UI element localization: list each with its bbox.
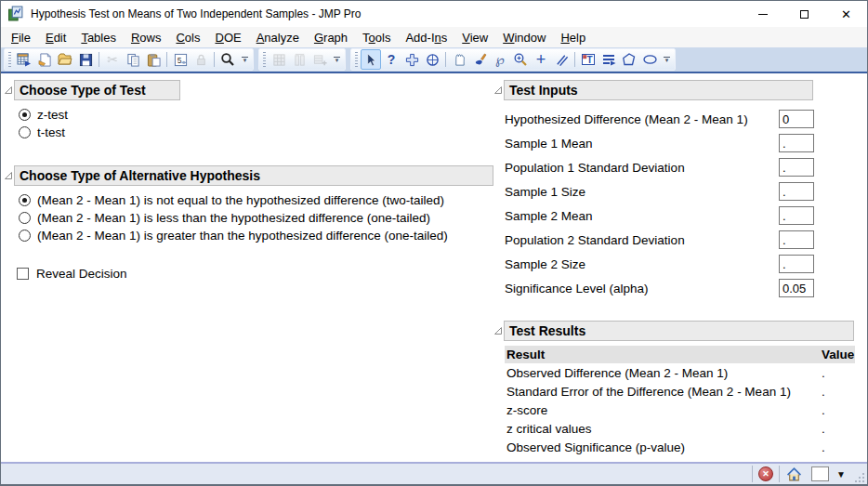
input-sample-2-mean[interactable] <box>779 206 814 225</box>
crosshairs-tool-icon[interactable]: + <box>531 49 551 70</box>
radio-button-selected[interactable] <box>19 109 31 121</box>
menu-tables[interactable]: Tables <box>73 29 124 46</box>
open-icon[interactable] <box>55 49 75 70</box>
reveal-decision-row[interactable]: Reveal Decision <box>17 267 494 281</box>
paste-icon[interactable] <box>143 49 164 70</box>
menu-help[interactable]: Help <box>553 29 593 46</box>
test-type-option-z-test[interactable]: z-test <box>19 106 494 124</box>
annotate-tool-icon[interactable] <box>551 49 572 70</box>
input-significance-level-alpha[interactable] <box>779 279 814 297</box>
maximize-button[interactable] <box>783 1 825 27</box>
menu-window[interactable]: Window <box>495 29 553 46</box>
disclosure-triangle-icon[interactable] <box>493 80 503 100</box>
input-population-2-standard-deviation[interactable] <box>779 230 814 249</box>
input-label: Sample 1 Mean <box>505 137 779 151</box>
radio-label: (Mean 2 - Mean 1) is not equal to the hy… <box>37 193 444 207</box>
input-population-1-standard-deviation[interactable] <box>779 158 814 177</box>
toolbar-overflow-icon[interactable]: ▾ <box>240 51 250 68</box>
lock-icon[interactable] <box>191 49 211 70</box>
test-results-table: Result Value Observed Difference (Mean 2… <box>505 346 855 456</box>
brush-tool-icon[interactable] <box>469 49 490 70</box>
help-tool-icon[interactable]: ? <box>381 49 401 70</box>
menu-tools[interactable]: Tools <box>355 29 398 46</box>
result-value: . <box>822 422 855 436</box>
toolbar-separator <box>99 52 99 67</box>
test-results-title: Test Results <box>504 321 854 341</box>
input-row-population-2-standard-deviation: Population 2 Standard Deviation <box>505 228 814 252</box>
home-window-icon[interactable] <box>785 466 802 482</box>
text-annotate-icon[interactable]: T <box>578 49 598 70</box>
radio-label: t-test <box>37 125 65 139</box>
copy-icon[interactable] <box>123 49 143 70</box>
log-error-icon[interactable]: ✕ <box>758 466 773 481</box>
menu-analyze[interactable]: Analyze <box>249 29 307 46</box>
new-data-table-icon[interactable] <box>14 49 34 70</box>
alternative-option-mean-2-mean-1-is-greater-than-the-hypoth[interactable]: (Mean 2 - Mean 1) is greater than the hy… <box>19 227 494 244</box>
add-rows-icon[interactable] <box>309 49 330 70</box>
radio-button[interactable] <box>19 212 31 224</box>
input-row-sample-1-mean: Sample 1 Mean <box>505 131 814 155</box>
toolbar-grip[interactable] <box>8 52 11 67</box>
search-icon[interactable] <box>217 49 238 70</box>
result-row-z-score: z-score. <box>505 401 855 419</box>
alternative-option-mean-2-mean-1-is-less-than-the-hypothesi[interactable]: (Mean 2 - Mean 1) is less than the hypot… <box>19 209 494 227</box>
input-sample-1-size[interactable] <box>779 182 814 201</box>
results-table-header: Result Value <box>505 346 855 363</box>
toolbar-overflow-icon[interactable]: ▾ <box>332 51 342 68</box>
grabber-tool-icon[interactable] <box>449 49 469 70</box>
input-sample-1-mean[interactable] <box>779 134 814 152</box>
arrow-tool-icon[interactable] <box>361 49 381 70</box>
menu-rows[interactable]: Rows <box>124 29 169 46</box>
result-value: . <box>822 366 855 380</box>
minimize-button[interactable] <box>742 1 783 27</box>
save-icon[interactable] <box>75 49 96 70</box>
test-inputs-section-header: Test Inputs <box>493 80 867 100</box>
input-sample-2-size[interactable] <box>779 255 814 273</box>
menu-edit[interactable]: Edit <box>38 29 73 46</box>
close-button[interactable]: ✕ <box>825 1 867 27</box>
test-type-option-t-test[interactable]: t-test <box>19 124 494 141</box>
preferences-icon[interactable]: 5 <box>170 49 191 70</box>
menu-view[interactable]: View <box>454 29 495 46</box>
selection-tool-icon[interactable] <box>401 49 422 70</box>
dropdown-arrow-icon[interactable]: ▼ <box>836 469 846 479</box>
status-bar: ✕▼ <box>1 462 867 484</box>
menu-cols[interactable]: Cols <box>168 29 207 46</box>
input-label: Sample 1 Size <box>505 185 779 199</box>
jmp-window: Hypothesis Test on Means of Two Independ… <box>0 0 868 486</box>
window-title: Hypothesis Test on Means of Two Independ… <box>31 7 362 20</box>
reveal-decision-checkbox[interactable] <box>17 268 29 280</box>
menu-add-ins[interactable]: Add-Ins <box>398 29 454 46</box>
input-label: Hypothesized Difference (Mean 2 - Mean 1… <box>505 112 779 126</box>
input-label: Sample 2 Mean <box>505 209 779 223</box>
disclosure-triangle-icon[interactable] <box>4 165 13 186</box>
line-annotate-icon[interactable] <box>598 49 619 70</box>
radio-label: (Mean 2 - Mean 1) is less than the hypot… <box>37 211 430 225</box>
disclosure-triangle-icon[interactable] <box>4 80 13 100</box>
window-state-icon[interactable] <box>811 466 829 481</box>
menu-file[interactable]: File <box>4 29 38 46</box>
toolbar-overflow-icon[interactable]: ▾ <box>662 51 672 68</box>
minimize-icon <box>758 14 768 15</box>
scroller-tool-icon[interactable] <box>422 49 442 70</box>
menu-graph[interactable]: Graph <box>307 29 355 46</box>
polygon-annotate-icon[interactable] <box>619 49 639 70</box>
disclosure-triangle-icon[interactable] <box>493 321 503 341</box>
alternative-option-mean-2-mean-1-is-not-equal-to-the-hypoth[interactable]: (Mean 2 - Mean 1) is not equal to the hy… <box>19 191 494 209</box>
lasso-tool-icon[interactable]: ℘ <box>490 49 510 70</box>
toolbar-grip[interactable] <box>355 52 358 67</box>
oval-annotate-icon[interactable] <box>639 49 660 70</box>
radio-button[interactable] <box>19 230 31 242</box>
maximize-icon <box>800 10 809 19</box>
data-table-window-icon[interactable] <box>269 49 289 70</box>
toolbar-grip[interactable] <box>263 52 266 67</box>
columns-window-icon[interactable] <box>289 49 309 70</box>
new-journal-icon[interactable] <box>34 49 55 70</box>
resize-grip[interactable] <box>853 471 866 484</box>
radio-button-selected[interactable] <box>19 194 31 206</box>
magnifier-tool-icon[interactable] <box>510 49 531 70</box>
cut-icon[interactable]: ✂ <box>102 49 123 70</box>
input-hypothesized-difference-mean-2-mean-1[interactable] <box>779 110 814 128</box>
radio-button[interactable] <box>19 126 31 138</box>
menu-doe[interactable]: DOE <box>207 29 248 46</box>
